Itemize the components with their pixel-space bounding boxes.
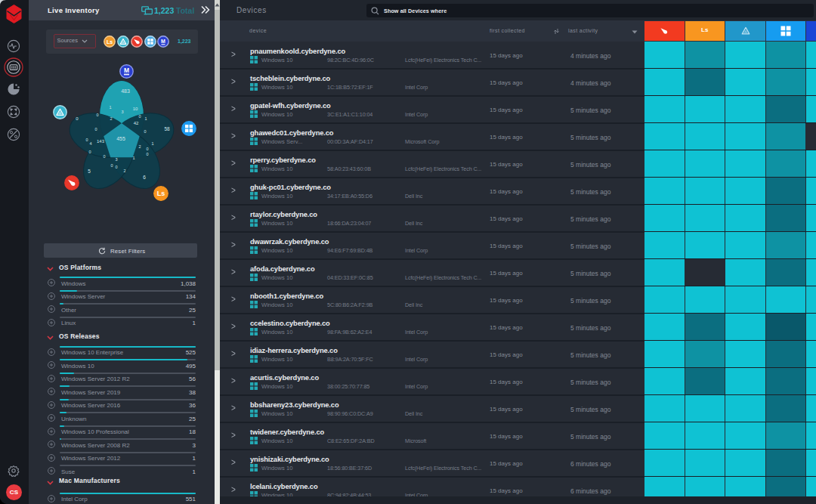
svg-text:1: 1 [132, 156, 134, 160]
svg-text:0: 0 [94, 127, 97, 131]
svg-text:0: 0 [146, 152, 148, 156]
svg-text:0: 0 [96, 113, 98, 117]
svg-text:6: 6 [143, 175, 146, 180]
svg-text:455: 455 [116, 136, 125, 141]
svg-text:0: 0 [103, 154, 105, 159]
svg-text:2: 2 [123, 169, 125, 173]
svg-text:0: 0 [85, 138, 88, 142]
svg-text:1: 1 [109, 105, 111, 110]
svg-text:143: 143 [97, 139, 105, 144]
svg-text:3: 3 [121, 110, 123, 114]
svg-text:Ls: Ls [107, 39, 113, 45]
svg-text:0: 0 [88, 150, 91, 154]
svg-text:Ls: Ls [157, 190, 165, 197]
svg-text:0: 0 [144, 129, 146, 134]
svg-text:2: 2 [138, 144, 141, 149]
svg-text:10: 10 [133, 107, 138, 111]
svg-text:2: 2 [110, 116, 112, 121]
svg-text:3: 3 [115, 157, 117, 162]
svg-text:0: 0 [146, 147, 148, 151]
svg-text:42: 42 [134, 121, 139, 125]
svg-text:M: M [123, 66, 128, 74]
svg-text:4: 4 [89, 141, 91, 146]
svg-text:1: 1 [144, 116, 147, 121]
svg-text:5: 5 [88, 169, 91, 174]
svg-text:483: 483 [121, 88, 130, 94]
svg-text:1: 1 [151, 141, 153, 146]
svg-text:M: M [161, 39, 165, 44]
svg-text:58: 58 [164, 126, 170, 131]
svg-text:0: 0 [138, 114, 141, 119]
svg-text:0: 0 [115, 165, 117, 169]
svg-text:0: 0 [110, 163, 113, 168]
